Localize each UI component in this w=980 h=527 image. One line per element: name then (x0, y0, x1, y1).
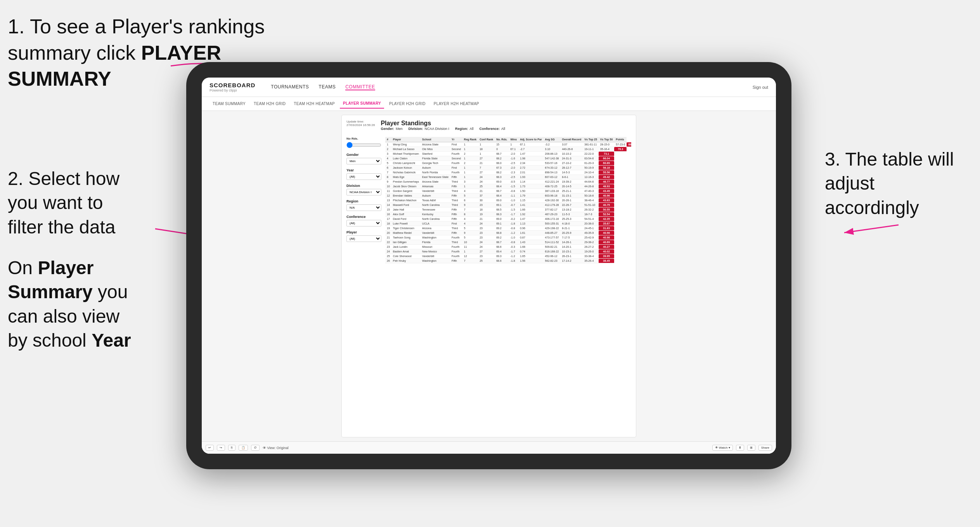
conference-group-label: Conference (346, 215, 381, 219)
table-cell: -2.0 (509, 166, 519, 170)
table-cell: Second (450, 147, 462, 152)
table-cell: 8 (385, 175, 391, 180)
table-row: 17David FordNorth CarolinaFifth42169.0-0… (385, 217, 631, 221)
export-btn[interactable]: ⬆ (736, 445, 744, 451)
table-cell: 412-179-28 (544, 203, 561, 207)
content-card: Update time: 27/03/2024 16:56:26 Player … (341, 115, 636, 437)
table-cell: 1 (462, 184, 478, 189)
table-cell: Washington (421, 259, 450, 263)
table-cell: 35.67 (599, 221, 615, 226)
table-row: 3Michael ThorbjornsenStanfordFourth2168.… (385, 152, 631, 156)
table-cell: -1.7 (509, 249, 519, 254)
share-btn[interactable]: Share (758, 445, 772, 451)
table-cell: Second (450, 156, 462, 161)
copy-btn[interactable]: ⎘ (228, 445, 235, 451)
paste-btn[interactable]: 📋 (239, 445, 248, 451)
table-cell: 60.89 (599, 161, 615, 166)
table-cell: Maxwell Ford (391, 203, 421, 207)
sub-nav-player-h2h-grid[interactable]: PLAYER H2H GRID (386, 99, 429, 108)
gender-select[interactable]: Men (346, 158, 381, 164)
watch-btn[interactable]: 👁 Watch ▾ (712, 445, 733, 451)
table-cell: 76.3 (614, 147, 627, 152)
table-cell: 1 (462, 142, 478, 147)
table-cell: 19-26-0 (583, 249, 599, 254)
table-cell: 68.4 (495, 194, 509, 198)
table-cell: 22 (385, 240, 391, 245)
table-row: 1Wenyi DingArizona StateFirst1115167.1-3… (385, 142, 631, 147)
table-cell: 9 (462, 203, 478, 207)
table-cell: 14-20-1 (560, 245, 583, 249)
table-cell: 4 (462, 221, 478, 226)
sign-out-link[interactable]: Sign out (753, 85, 768, 90)
table-cell: 1.50 (518, 189, 543, 194)
year-select[interactable]: (All) (346, 173, 381, 180)
table-cell: 50.55 (599, 207, 615, 212)
table-cell: 14-5-3 (560, 170, 583, 175)
nav-tournaments[interactable]: TOURNAMENTS (271, 84, 309, 90)
table-cell: Stanford (421, 152, 450, 156)
undo-btn[interactable]: ↩ (206, 445, 214, 451)
card-header: Update time: 27/03/2024 16:56:26 Player … (346, 120, 631, 134)
conference-group: Conference (All) (346, 215, 381, 226)
table-cell: 50-18-6 (583, 194, 599, 198)
player-select[interactable]: (All) (346, 235, 381, 242)
table-cell: -1.8 (509, 259, 519, 263)
table-cell: UCLA (421, 221, 450, 226)
col-adj-score: Adj. Score to Par (518, 137, 543, 142)
conference-select[interactable]: (All) (346, 220, 381, 226)
table-cell: Auburn (421, 194, 450, 198)
table-cell: 1 (462, 147, 478, 152)
table-cell: 68.6 (495, 245, 509, 249)
table-row: 9Preston SummerhaysArizona StateThird324… (385, 180, 631, 184)
sub-nav-player-summary[interactable]: PLAYER SUMMARY (340, 99, 384, 109)
table-cell: 25 (385, 254, 391, 259)
table-cell: 2.34 (518, 161, 543, 166)
nav-committee[interactable]: COMMITTEE (345, 84, 375, 90)
sub-nav-team-h2h-grid[interactable]: TEAM H2H GRID (251, 99, 289, 108)
sub-nav-player-h2h-heatmap[interactable]: PLAYER H2H HEATMAP (431, 99, 482, 108)
table-cell: 562-82-23 (544, 259, 561, 263)
grid-btn[interactable]: ⊞ (747, 445, 755, 451)
sub-nav-team-summary[interactable]: TEAM SUMMARY (210, 99, 249, 108)
table-cell: 448-85-27 (544, 231, 561, 235)
table-cell: 19 (478, 212, 495, 217)
table-cell: 2 (462, 161, 478, 166)
table-cell: -0.8 (509, 240, 519, 245)
table-cell: Fifth (450, 259, 462, 263)
conference-filter: Conference: All (480, 127, 506, 131)
table-cell: 5 (462, 235, 478, 240)
table-cell: 40.69 (599, 240, 615, 245)
table-cell: 898-54-13 (544, 170, 561, 175)
table-cell: East Tennessee State (421, 175, 450, 180)
table-cell: 8-6-1 (560, 175, 583, 180)
table-cell: Fourth (450, 245, 462, 249)
table-cell: 44-64-6 (583, 180, 599, 184)
region-select[interactable]: N/A (346, 204, 381, 211)
table-cell: 68.5 (495, 207, 509, 212)
table-row: 21Taehoon SongWashingtonFourth52369.2-1.… (385, 235, 631, 240)
timer-btn[interactable]: ⏱ (251, 445, 260, 451)
table-cell: 61-20-3 (583, 161, 599, 166)
region-group-label: Region (346, 199, 381, 203)
sub-nav-team-h2h-heatmap[interactable]: TEAM H2H HEATMAP (291, 99, 338, 108)
table-cell: 31-15-1 (560, 194, 583, 198)
table-cell: Ian Gilligan (391, 240, 421, 245)
table-cell: -2.5 (509, 175, 519, 180)
division-select[interactable]: NCAA Division I (346, 189, 381, 195)
table-cell: 377-82-17 (544, 207, 561, 212)
table-cell: Gordon Sargent (391, 189, 421, 194)
table-cell: 0.96 (518, 226, 543, 231)
nav-teams[interactable]: TEAMS (319, 84, 336, 90)
table-cell: 67.1 (509, 147, 519, 152)
table-row: 18Luke PowellUCLAFirst42469.1-1.81.13500… (385, 221, 631, 226)
table-cell: 7 (385, 170, 391, 175)
table-cell: 38.45 (599, 259, 615, 263)
no-rds-slider[interactable] (346, 142, 381, 148)
redo-btn[interactable]: ↪ (217, 445, 225, 451)
table-cell: Brendan Valdes (391, 194, 421, 198)
table-cell: 500-155-31 (544, 221, 561, 226)
table-cell: 22-22-0 (583, 152, 599, 156)
logo-text: SCOREBOARD (210, 82, 255, 88)
table-cell: 68.2 (495, 156, 509, 161)
table-cell: Mats Ege (391, 175, 421, 180)
